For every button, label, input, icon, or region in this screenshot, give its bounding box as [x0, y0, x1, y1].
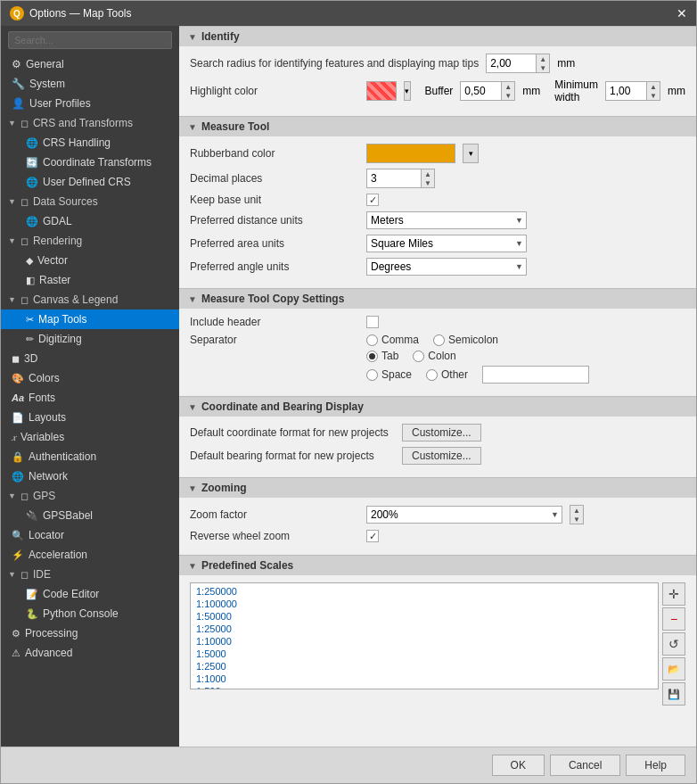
decimal-down[interactable]: ▼ [422, 178, 434, 187]
scale-item-5[interactable]: 1:10000 [193, 635, 656, 648]
reset-scale-button[interactable]: ↺ [662, 632, 685, 656]
ok-button[interactable]: OK [492, 755, 545, 776]
decimal-places-input[interactable] [367, 170, 421, 186]
preferred-distance-select[interactable]: Meters Kilometers Feet Miles [366, 211, 527, 229]
sidebar-item-canvas-legend[interactable]: ▼ ◻ Canvas & Legend [1, 290, 179, 309]
search-radius-input[interactable] [487, 55, 536, 71]
sidebar-item-colors[interactable]: 🎨 Colors [1, 368, 179, 388]
decimal-up[interactable]: ▲ [422, 169, 434, 178]
min-width-up[interactable]: ▲ [647, 82, 660, 91]
scale-item-2[interactable]: 1:100000 [193, 598, 656, 610]
radio-tab[interactable]: Tab [366, 350, 398, 362]
scale-item-6[interactable]: 1:5000 [193, 648, 656, 660]
scale-item-9[interactable]: 1:500 [193, 685, 656, 689]
highlight-color-button[interactable] [366, 81, 397, 101]
zooming-header[interactable]: ▼ Zooming [179, 477, 696, 498]
sidebar-item-rendering[interactable]: ▼ ◻ Rendering [1, 231, 179, 251]
sidebar-item-crs-transforms[interactable]: ▼ ◻ CRS and Transforms [1, 113, 179, 133]
highlight-color-dropdown[interactable]: ▾ [404, 81, 410, 101]
sidebar-item-digitizing[interactable]: ✏ Digitizing [1, 329, 179, 349]
rubberband-color-button[interactable] [366, 144, 455, 163]
sidebar-item-coordinate-transforms[interactable]: 🔄 Coordinate Transforms [1, 153, 179, 172]
radio-other[interactable]: Other [426, 368, 468, 381]
sidebar-item-map-tools[interactable]: ✂ Map Tools [1, 309, 179, 329]
coord-bearing-header[interactable]: ▼ Coordinate and Bearing Display [179, 396, 696, 417]
cancel-button[interactable]: Cancel [550, 755, 620, 776]
search-radius-up[interactable]: ▲ [537, 54, 549, 63]
search-radius-spinbox[interactable]: ▲ ▼ [486, 54, 550, 73]
search-input[interactable] [8, 31, 172, 49]
min-width-input[interactable] [606, 83, 646, 99]
zoom-factor-select[interactable]: 100% 110% 120% 150% 200% 300% [366, 506, 562, 524]
load-scale-button[interactable]: 📂 [662, 657, 685, 681]
sidebar-item-authentication[interactable]: 🔒 Authentication [1, 447, 179, 466]
sidebar-item-3d[interactable]: ◼ 3D [1, 349, 179, 368]
radio-semicolon[interactable]: Semicolon [433, 334, 498, 346]
preferred-angle-select[interactable]: Degrees Radians Gon/gradians [366, 258, 527, 276]
include-header-checkbox[interactable] [366, 316, 379, 328]
sidebar-item-python-console[interactable]: 🐍 Python Console [1, 604, 179, 623]
scales-header[interactable]: ▼ Predefined Scales [179, 555, 696, 575]
help-button[interactable]: Help [626, 755, 685, 776]
radio-space[interactable]: Space [366, 368, 412, 381]
close-button[interactable]: ✕ [676, 6, 687, 21]
colon-radio-button[interactable] [413, 351, 424, 362]
reverse-wheel-checkbox[interactable] [366, 530, 379, 542]
zoom-up[interactable]: ▲ [570, 506, 583, 515]
space-radio-button[interactable] [366, 369, 378, 381]
scale-item-1[interactable]: 1:250000 [193, 585, 656, 598]
decimal-places-spinbox[interactable]: ▲ ▼ [366, 169, 435, 188]
buffer-input[interactable] [461, 83, 501, 99]
semicolon-radio-button[interactable] [433, 334, 445, 346]
sidebar-item-processing[interactable]: ⚙ Processing [1, 623, 179, 643]
buffer-down[interactable]: ▼ [502, 91, 514, 100]
measure-copy-header[interactable]: ▼ Measure Tool Copy Settings [179, 288, 696, 309]
save-scale-button[interactable]: 💾 [662, 682, 685, 706]
sidebar-item-gpsbabel[interactable]: 🔌 GPSBabel [1, 506, 179, 525]
bearing-customize-button[interactable]: Customize... [402, 447, 481, 465]
coord-customize-button[interactable]: Customize... [402, 424, 481, 442]
identify-section-header[interactable]: ▼ Identify [179, 26, 696, 46]
min-width-spinbox[interactable]: ▲ ▼ [605, 81, 660, 101]
sidebar-item-system[interactable]: 🔧 System [1, 74, 179, 94]
scale-item-4[interactable]: 1:25000 [193, 623, 656, 635]
sidebar-item-data-sources[interactable]: ▼ ◻ Data Sources [1, 192, 179, 211]
comma-radio-button[interactable] [366, 334, 378, 346]
buffer-up[interactable]: ▲ [502, 82, 514, 91]
zoom-down[interactable]: ▼ [570, 515, 583, 524]
other-radio-button[interactable] [426, 369, 438, 381]
sidebar-item-crs-handling[interactable]: 🌐 CRS Handling [1, 133, 179, 153]
buffer-spinbox[interactable]: ▲ ▼ [460, 81, 515, 101]
sidebar-item-code-editor[interactable]: 📝 Code Editor [1, 584, 179, 604]
sidebar-item-gdal[interactable]: 🌐 GDAL [1, 211, 179, 231]
sidebar-item-advanced[interactable]: ⚠ Advanced [1, 643, 179, 663]
sidebar-item-locator[interactable]: 🔍 Locator [1, 525, 179, 545]
radio-comma[interactable]: Comma [366, 334, 419, 346]
scale-item-3[interactable]: 1:50000 [193, 610, 656, 623]
preferred-area-select[interactable]: Square Meters Square Miles Hectares Acre… [366, 235, 527, 252]
search-radius-down[interactable]: ▼ [537, 63, 549, 72]
sidebar-item-acceleration[interactable]: ⚡ Acceleration [1, 545, 179, 565]
sidebar-item-ide[interactable]: ▼ ◻ IDE [1, 565, 179, 584]
remove-scale-button[interactable]: − [662, 607, 685, 631]
measure-section-header[interactable]: ▼ Measure Tool [179, 116, 696, 136]
tab-radio-button[interactable] [366, 351, 378, 362]
scale-item-8[interactable]: 1:1000 [193, 673, 656, 685]
sidebar-item-vector[interactable]: ◆ Vector [1, 251, 179, 270]
sidebar-item-raster[interactable]: ◧ Raster [1, 270, 179, 290]
add-scale-button[interactable]: ✛ [662, 582, 685, 606]
sidebar-item-network[interactable]: 🌐 Network [1, 466, 179, 486]
other-separator-input[interactable] [482, 366, 589, 384]
sidebar-item-general[interactable]: ⚙ General [1, 54, 179, 74]
sidebar-item-user-profiles[interactable]: 👤 User Profiles [1, 94, 179, 113]
scale-item-7[interactable]: 1:2500 [193, 660, 656, 673]
scales-list[interactable]: 1:250000 1:100000 1:50000 1:25000 1:1000… [190, 582, 659, 689]
sidebar-item-variables[interactable]: 𝑥 Variables [1, 427, 179, 447]
sidebar-item-fonts[interactable]: Aa Fonts [1, 388, 179, 408]
min-width-down[interactable]: ▼ [647, 91, 660, 100]
radio-colon[interactable]: Colon [413, 350, 455, 362]
sidebar-item-layouts[interactable]: 📄 Layouts [1, 408, 179, 427]
sidebar-item-user-defined-crs[interactable]: 🌐 User Defined CRS [1, 172, 179, 192]
keep-base-unit-checkbox[interactable] [366, 194, 379, 206]
sidebar-item-gps[interactable]: ▼ ◻ GPS [1, 486, 179, 506]
